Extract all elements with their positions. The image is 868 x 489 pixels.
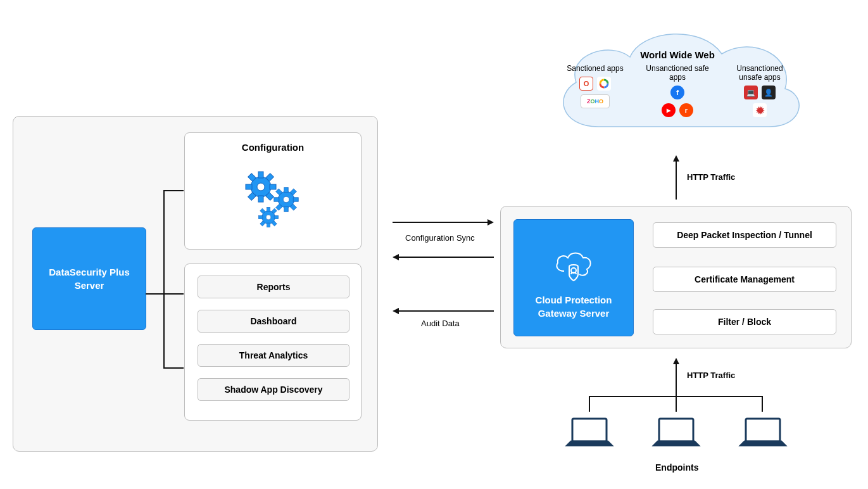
arrow-head (673, 358, 679, 364)
laptop-icon (737, 415, 789, 454)
svg-point-21 (266, 215, 271, 220)
endpoint-bracket-v2 (676, 396, 677, 412)
google-icon (597, 77, 611, 91)
config-sync-label: Configuration Sync (405, 233, 475, 243)
svg-rect-23 (267, 223, 270, 227)
datasecurity-server-box: DataSecurity Plus Server (32, 227, 146, 330)
gateway-server-box: Cloud Protection Gateway Server (513, 219, 634, 336)
svg-rect-37 (746, 419, 780, 441)
shadow-module: Shadow App Discovery (198, 378, 349, 401)
datasecurity-server-title: DataSecurity Plus Server (49, 265, 130, 292)
endpoint-bracket-v3 (762, 396, 763, 412)
connector-line-vert (163, 190, 165, 367)
cloud-title: World Wide Web (541, 49, 814, 60)
cert-feature: Certificate Management (653, 267, 836, 292)
arrow-head (393, 254, 399, 260)
svg-rect-22 (267, 207, 270, 212)
configuration-title: Configuration (185, 142, 361, 153)
modules-box: Reports Dashboard Threat Analytics Shado… (184, 264, 362, 421)
reddit-icon: r (679, 103, 693, 117)
connector-line (146, 293, 184, 295)
dpi-feature: Deep Packet Inspection / Tunnel (653, 222, 836, 248)
arrow-config-sync-right (393, 222, 487, 223)
gateway-title: Cloud Protection Gateway Server (536, 293, 612, 320)
reports-module: Reports (198, 276, 349, 298)
laptop-icon (563, 415, 615, 454)
svg-point-1 (257, 183, 265, 191)
sanctioned-label: Sanctioned apps (560, 64, 630, 73)
svg-point-11 (283, 196, 289, 203)
endpoint-bracket-v1 (589, 396, 590, 412)
svg-rect-3 (258, 196, 263, 202)
configuration-box: Configuration (184, 132, 362, 250)
gears-icon (242, 168, 311, 240)
datasecurity-server-container: DataSecurity Plus Server Configuration (13, 116, 378, 452)
arrow-head (487, 219, 494, 225)
unsanctioned-unsafe-label: Unsanctioned unsafe apps (725, 64, 795, 82)
svg-rect-35 (572, 419, 607, 441)
arrow-audit-data (399, 310, 494, 312)
svg-rect-5 (270, 184, 276, 189)
laptop-icon (650, 415, 702, 454)
arrow-config-sync-left (399, 257, 494, 258)
endpoints-label: Endpoints (655, 462, 698, 473)
svg-rect-2 (258, 172, 263, 178)
svg-rect-12 (284, 187, 288, 193)
audit-data-label: Audit Data (421, 319, 460, 328)
svg-rect-4 (246, 184, 252, 189)
office-icon: O (579, 77, 593, 91)
sanctioned-apps-col: Sanctioned apps O ZOHO (560, 64, 630, 117)
svg-rect-14 (274, 198, 279, 201)
world-wide-web-cloud: World Wide Web Sanctioned apps O ZOHO Un… (541, 19, 814, 152)
svg-rect-36 (659, 419, 693, 441)
zoho-icon: ZOHO (581, 94, 610, 108)
connector-to-modules (163, 367, 184, 369)
arrow-http-bottom (676, 364, 677, 396)
virus-icon: ✹ (753, 103, 767, 117)
unsanctioned-safe-col: Unsanctioned safe apps f ▶ r (643, 64, 712, 117)
unsanctioned-safe-label: Unsanctioned safe apps (643, 64, 712, 82)
arrow-head (393, 308, 399, 314)
arrow-head (673, 155, 679, 162)
connector-to-config (163, 190, 184, 191)
unsanctioned-unsafe-col: Unsanctioned unsafe apps 💻 👤 ✹ (725, 64, 795, 117)
arrow-http-top (676, 162, 677, 200)
http-top-label: HTTP Traffic (687, 172, 735, 182)
svg-rect-15 (293, 198, 298, 201)
svg-rect-13 (284, 206, 288, 212)
svg-rect-25 (274, 215, 279, 219)
youtube-icon: ▶ (662, 103, 676, 117)
malware-laptop-icon: 💻 (744, 86, 758, 99)
filter-feature: Filter / Block (653, 309, 836, 334)
dashboard-module: Dashboard (198, 310, 349, 333)
cloud-shield-icon (551, 236, 596, 287)
facebook-icon: f (670, 86, 684, 99)
svg-rect-24 (258, 215, 263, 219)
gateway-container: Cloud Protection Gateway Server Deep Pac… (500, 206, 852, 348)
http-bottom-label: HTTP Traffic (687, 371, 735, 380)
threat-module: Threat Analytics (198, 344, 349, 367)
hacker-icon: 👤 (762, 86, 776, 99)
